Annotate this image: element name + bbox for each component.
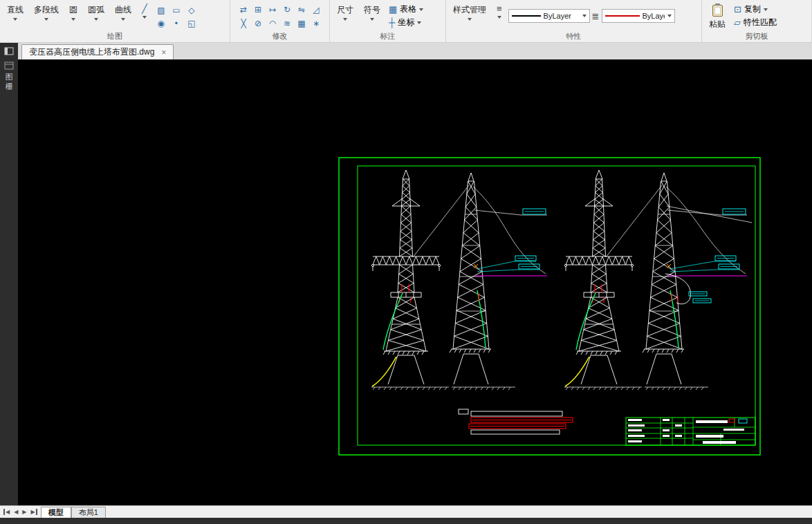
fillet-icon: ◠ (269, 19, 276, 28)
region-button[interactable]: ◱ (184, 17, 199, 30)
last-layout-button[interactable]: ▶ (30, 509, 37, 515)
stretch-button[interactable]: ↦ (266, 3, 280, 16)
copy-clip-button[interactable]: ⊡ 复制 (732, 3, 779, 15)
properties-panel-body: 样式管理 ≡ ByLayer ≣ ByLayer (446, 0, 701, 31)
paste-button[interactable]: 粘贴 (705, 1, 730, 30)
tab-model-label: 模型 (48, 507, 64, 518)
chevron-down-icon (343, 18, 347, 21)
next-layout-button[interactable]: ▶ (22, 509, 26, 515)
scale-icon: ◿ (313, 5, 319, 15)
layer-list-button[interactable]: ≡ (492, 1, 506, 19)
chevron-down-icon (121, 18, 125, 21)
symbol-label: 符号 (364, 4, 380, 16)
color-dropdown[interactable]: ByLayer (508, 9, 590, 23)
tab-model[interactable]: 模型 (41, 507, 71, 518)
mirror-icon: ⇋ (298, 5, 305, 15)
chevron-down-icon (417, 21, 421, 24)
match-properties-button[interactable]: ▱ 特性匹配 (732, 17, 779, 28)
lineweight-icon: ≣ (592, 11, 600, 21)
panel-label-annotate: 标注 (330, 31, 445, 42)
point-button[interactable]: • (169, 17, 184, 30)
scale-button[interactable]: ◿ (309, 3, 324, 16)
dimension-label: 尺寸 (337, 4, 353, 16)
hatch-button[interactable]: ▨ (154, 3, 169, 17)
rotate-button[interactable]: ↻ (280, 3, 295, 16)
mirror-button[interactable]: ⇋ (295, 3, 309, 16)
paste-clipboard-icon (712, 5, 723, 17)
chevron-down-icon (468, 18, 472, 21)
line-tool-button[interactable]: 直线 (3, 1, 28, 21)
offset-button[interactable]: ≋ (280, 17, 295, 30)
symbol-button[interactable]: 符号 (360, 1, 385, 21)
explode-button[interactable]: ∗ (309, 17, 324, 30)
array-icon: ▦ (297, 19, 305, 28)
copy-clip-label: 复制 (744, 3, 761, 15)
linetype-value: ByLayer (643, 12, 665, 20)
chevron-down-icon (370, 18, 374, 21)
rectangle-button[interactable]: ▭ (169, 3, 184, 17)
table-button[interactable]: ▦ 表格 (387, 3, 425, 15)
hatch-icon: ▨ (157, 6, 165, 15)
copy-icon: ⊞ (255, 5, 261, 15)
chevron-down-icon (71, 18, 75, 21)
stretch-icon: ↦ (269, 5, 276, 15)
arc-tool-button[interactable]: 圆弧 (84, 1, 109, 21)
erase-icon: ⊘ (255, 19, 261, 28)
document-tab-title: 变压器高压侧电缆上塔布置图.dwg (29, 46, 154, 58)
chevron-down-icon (94, 18, 98, 21)
layout-nav: ◀ ◀ ▶ ▶ (0, 506, 41, 518)
palette-pin-icon (4, 62, 14, 70)
side-palette-char-1: 图 (6, 73, 13, 82)
panel-label-properties: 特性 (446, 31, 701, 42)
polyline-tool-button[interactable]: 多段线 (30, 1, 63, 21)
polygon-button[interactable]: ◇ (184, 3, 199, 17)
previous-layout-button[interactable]: ◀ (14, 509, 18, 515)
ribbon: 直线 多段线 圆 圆弧 曲线 (0, 0, 812, 43)
document-tab-active[interactable]: 变压器高压侧电缆上塔布置图.dwg × (21, 44, 174, 59)
side-palette-strip[interactable]: 图 柵 (0, 59, 18, 505)
coordinate-button[interactable]: ┼ 坐标 (387, 17, 425, 28)
chevron-down-icon (667, 15, 672, 17)
copy-button[interactable]: ⊞ (251, 3, 266, 16)
rectangle-icon: ▭ (172, 6, 180, 15)
array-button[interactable]: ▦ (295, 17, 309, 30)
circle-tool-label: 圆 (69, 4, 77, 16)
ribbon-panel-modify: ⇄ ⊞ ↦ ↻ ⇋ ◿ ╳ ⊘ ◠ ≋ ▦ ∗ (230, 0, 330, 42)
linetype-dropdown[interactable]: ByLayer (602, 9, 675, 23)
chevron-down-icon (419, 8, 423, 11)
trim-button[interactable]: ╳ (237, 17, 251, 30)
tab-layout1[interactable]: 布局1 (71, 507, 106, 518)
lineweight-button[interactable]: ≣ (592, 11, 600, 21)
draw-icon-grid: ▨ ▭ ◇ ◉ • ◱ (154, 3, 199, 30)
style-manager-button[interactable]: 样式管理 (449, 1, 490, 21)
chevron-down-icon (764, 8, 768, 11)
drawing-canvas[interactable] (18, 59, 812, 505)
paste-label: 粘贴 (709, 19, 726, 30)
status-bar (0, 518, 812, 524)
fillet-button[interactable]: ◠ (266, 17, 280, 30)
donut-button[interactable]: ◉ (154, 17, 169, 30)
erase-button[interactable]: ⊘ (251, 17, 266, 30)
draw-panel-body: 直线 多段线 圆 圆弧 曲线 (0, 0, 230, 31)
close-icon[interactable]: × (161, 48, 166, 57)
construction-line-icon: ╱ (142, 4, 147, 14)
circle-tool-button[interactable]: 圆 (65, 1, 82, 21)
color-swatch-line (512, 15, 541, 17)
modify-row-2: ╳ ⊘ ◠ ≋ ▦ ∗ (237, 17, 324, 30)
document-tab-bar: 变压器高压侧电缆上塔布置图.dwg × (0, 43, 812, 59)
move-button[interactable]: ⇄ (237, 3, 251, 16)
next-layout-icon: ▶ (22, 509, 26, 515)
previous-layout-icon: ◀ (14, 509, 18, 515)
first-layout-button[interactable]: ◀ (3, 509, 10, 515)
coordinate-label: 坐标 (398, 17, 414, 28)
last-layout-icon: ▶ (30, 509, 35, 515)
document-tabs: 变压器高压侧电缆上塔布置图.dwg × (18, 43, 812, 59)
donut-icon: ◉ (158, 19, 165, 28)
panel-label-clipboard: 剪切板 (702, 31, 811, 42)
dimension-button[interactable]: 尺寸 (333, 1, 358, 21)
construction-line-button[interactable]: ╱ (138, 1, 151, 19)
layout-tab-bar: ◀ ◀ ▶ ▶ 模型 布局1 (0, 505, 812, 518)
spline-tool-button[interactable]: 曲线 (111, 1, 136, 21)
trim-icon: ╳ (241, 19, 246, 28)
palettes-icon[interactable] (4, 47, 14, 55)
